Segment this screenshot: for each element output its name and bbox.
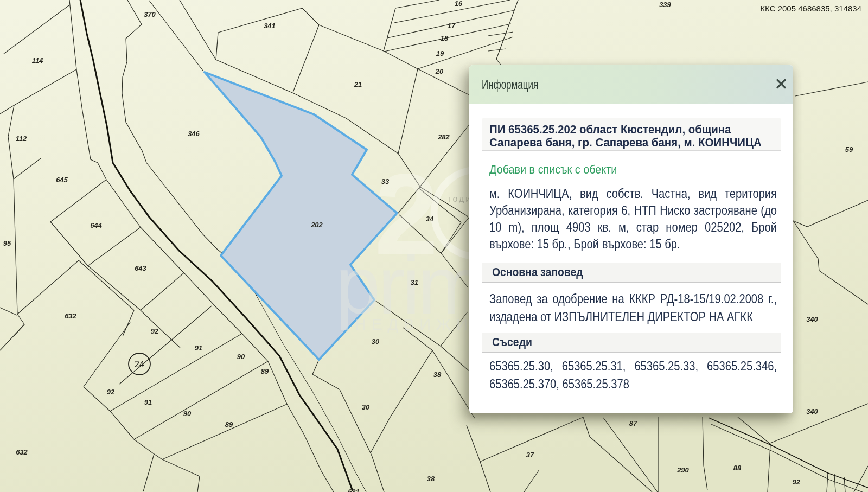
svg-text:91: 91 — [195, 344, 202, 352]
svg-text:92: 92 — [793, 478, 801, 486]
svg-text:90: 90 — [237, 353, 245, 361]
svg-text:17: 17 — [448, 22, 456, 30]
svg-text:89: 89 — [225, 420, 233, 429]
svg-text:114: 114 — [32, 56, 43, 65]
svg-text:59: 59 — [845, 145, 853, 154]
svg-text:91: 91 — [144, 398, 152, 406]
svg-text:21: 21 — [354, 80, 362, 88]
svg-text:339: 339 — [659, 1, 671, 9]
svg-text:87: 87 — [629, 419, 637, 427]
svg-text:31: 31 — [411, 278, 418, 286]
svg-text:ККС 2005 4686835, 314834: ККС 2005 4686835, 314834 — [760, 4, 861, 13]
svg-text:38: 38 — [427, 475, 435, 483]
svg-text:20: 20 — [435, 67, 444, 75]
svg-text:92: 92 — [107, 388, 115, 396]
svg-text:18: 18 — [441, 34, 449, 42]
svg-text:643: 643 — [135, 264, 146, 272]
svg-text:37: 37 — [526, 451, 534, 459]
svg-text:632: 632 — [65, 312, 76, 320]
svg-text:202: 202 — [310, 221, 323, 229]
svg-text:645: 645 — [56, 176, 68, 184]
svg-text:24: 24 — [135, 360, 144, 369]
svg-text:290: 290 — [676, 466, 689, 474]
svg-text:89: 89 — [261, 367, 269, 375]
svg-text:19: 19 — [436, 49, 444, 57]
svg-text:90: 90 — [183, 410, 192, 418]
svg-text:632: 632 — [16, 448, 28, 456]
svg-text:644: 644 — [90, 221, 102, 229]
svg-text:30: 30 — [362, 403, 370, 411]
svg-text:33: 33 — [381, 177, 390, 186]
svg-text:346: 346 — [188, 130, 200, 138]
svg-text:341: 341 — [264, 22, 276, 30]
svg-text:16: 16 — [455, 0, 463, 8]
svg-text:30: 30 — [372, 337, 380, 346]
svg-text:95: 95 — [3, 239, 11, 247]
svg-text:112: 112 — [16, 135, 27, 143]
svg-text:340: 340 — [806, 407, 818, 416]
svg-text:370: 370 — [144, 10, 156, 18]
svg-text:631: 631 — [348, 488, 360, 492]
svg-text:88: 88 — [733, 464, 742, 472]
svg-text:38: 38 — [433, 370, 442, 379]
svg-text:34: 34 — [426, 215, 434, 223]
svg-text:92: 92 — [151, 327, 159, 335]
svg-text:282: 282 — [437, 133, 450, 141]
